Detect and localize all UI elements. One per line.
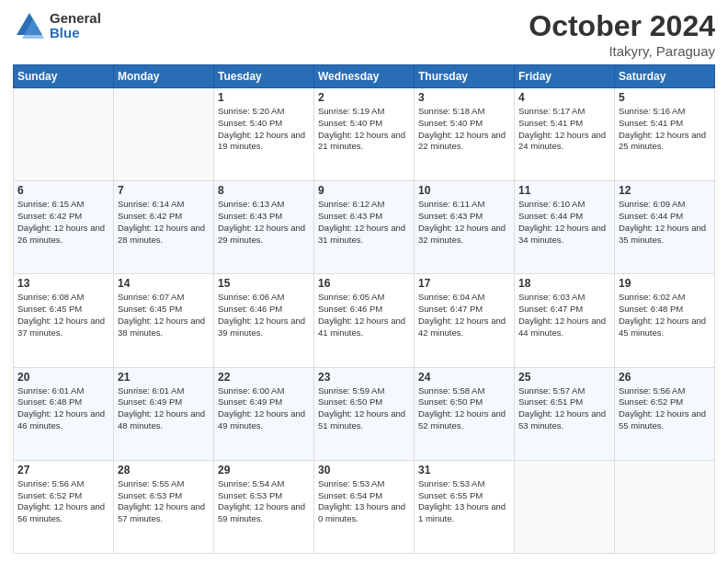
day-number: 6 <box>17 184 109 197</box>
day-info: Sunrise: 5:53 AM Sunset: 6:55 PM Dayligh… <box>418 478 510 525</box>
day-number: 7 <box>118 184 210 197</box>
calendar-header: SundayMondayTuesdayWednesdayThursdayFrid… <box>14 65 715 88</box>
day-number: 20 <box>17 371 109 384</box>
day-number: 14 <box>118 277 210 290</box>
day-cell: 16Sunrise: 6:05 AM Sunset: 6:46 PM Dayli… <box>314 274 415 367</box>
day-cell: 9Sunrise: 6:12 AM Sunset: 6:43 PM Daylig… <box>314 181 415 274</box>
day-info: Sunrise: 6:07 AM Sunset: 6:45 PM Dayligh… <box>118 292 210 339</box>
day-number: 25 <box>518 371 610 384</box>
day-info: Sunrise: 6:01 AM Sunset: 6:49 PM Dayligh… <box>118 385 210 432</box>
day-info: Sunrise: 6:03 AM Sunset: 6:47 PM Dayligh… <box>518 292 610 339</box>
day-number: 17 <box>418 277 510 290</box>
day-number: 16 <box>318 277 410 290</box>
day-info: Sunrise: 6:06 AM Sunset: 6:46 PM Dayligh… <box>218 292 310 339</box>
day-cell: 6Sunrise: 6:15 AM Sunset: 6:42 PM Daylig… <box>14 181 114 274</box>
day-number: 29 <box>218 464 310 477</box>
day-cell: 14Sunrise: 6:07 AM Sunset: 6:45 PM Dayli… <box>114 274 214 367</box>
logo-blue: Blue <box>50 26 101 41</box>
day-cell: 5Sunrise: 5:16 AM Sunset: 5:41 PM Daylig… <box>615 88 715 181</box>
calendar-table: SundayMondayTuesdayWednesdayThursdayFrid… <box>13 64 715 554</box>
day-number: 4 <box>518 91 610 104</box>
week-row-5: 27Sunrise: 5:56 AM Sunset: 6:52 PM Dayli… <box>14 460 715 553</box>
day-cell: 31Sunrise: 5:53 AM Sunset: 6:55 PM Dayli… <box>415 460 515 553</box>
day-number: 8 <box>218 184 310 197</box>
day-number: 30 <box>318 464 410 477</box>
day-info: Sunrise: 6:02 AM Sunset: 6:48 PM Dayligh… <box>619 292 711 339</box>
header-cell-monday: Monday <box>114 65 214 88</box>
header-row: SundayMondayTuesdayWednesdayThursdayFrid… <box>14 65 715 88</box>
day-info: Sunrise: 6:11 AM Sunset: 6:43 PM Dayligh… <box>418 199 510 246</box>
day-info: Sunrise: 5:54 AM Sunset: 6:53 PM Dayligh… <box>218 478 310 525</box>
day-info: Sunrise: 5:59 AM Sunset: 6:50 PM Dayligh… <box>318 385 410 432</box>
day-number: 23 <box>318 371 410 384</box>
day-info: Sunrise: 5:55 AM Sunset: 6:53 PM Dayligh… <box>118 478 210 525</box>
day-number: 1 <box>218 91 310 104</box>
day-info: Sunrise: 5:53 AM Sunset: 6:54 PM Dayligh… <box>318 478 410 525</box>
day-cell: 26Sunrise: 5:56 AM Sunset: 6:52 PM Dayli… <box>615 367 715 460</box>
day-cell: 3Sunrise: 5:18 AM Sunset: 5:40 PM Daylig… <box>415 88 515 181</box>
day-number: 18 <box>518 277 610 290</box>
day-number: 21 <box>118 371 210 384</box>
day-info: Sunrise: 6:15 AM Sunset: 6:42 PM Dayligh… <box>17 199 109 246</box>
day-cell <box>515 460 615 553</box>
calendar-page: General Blue October 2024 Itakyry, Parag… <box>0 0 728 563</box>
week-row-3: 13Sunrise: 6:08 AM Sunset: 6:45 PM Dayli… <box>14 274 715 367</box>
logo-general: General <box>50 11 101 27</box>
day-cell <box>615 460 715 553</box>
day-info: Sunrise: 5:56 AM Sunset: 6:52 PM Dayligh… <box>619 385 711 432</box>
day-cell: 13Sunrise: 6:08 AM Sunset: 6:45 PM Dayli… <box>14 274 114 367</box>
day-info: Sunrise: 6:10 AM Sunset: 6:44 PM Dayligh… <box>518 199 610 246</box>
day-info: Sunrise: 6:12 AM Sunset: 6:43 PM Dayligh… <box>318 199 410 246</box>
day-info: Sunrise: 6:04 AM Sunset: 6:47 PM Dayligh… <box>418 292 510 339</box>
header-cell-thursday: Thursday <box>415 65 515 88</box>
day-cell: 7Sunrise: 6:14 AM Sunset: 6:42 PM Daylig… <box>114 181 214 274</box>
day-cell: 2Sunrise: 5:19 AM Sunset: 5:40 PM Daylig… <box>314 88 415 181</box>
day-cell <box>114 88 214 181</box>
day-number: 10 <box>418 184 510 197</box>
day-info: Sunrise: 5:58 AM Sunset: 6:50 PM Dayligh… <box>418 385 510 432</box>
day-number: 27 <box>17 464 109 477</box>
header-cell-tuesday: Tuesday <box>214 65 314 88</box>
day-info: Sunrise: 6:13 AM Sunset: 6:43 PM Dayligh… <box>218 199 310 246</box>
day-number: 2 <box>318 91 410 104</box>
header-cell-saturday: Saturday <box>615 65 715 88</box>
day-cell: 1Sunrise: 5:20 AM Sunset: 5:40 PM Daylig… <box>214 88 314 181</box>
location: Itakyry, Paraguay <box>529 43 715 59</box>
day-cell: 21Sunrise: 6:01 AM Sunset: 6:49 PM Dayli… <box>114 367 214 460</box>
day-cell: 28Sunrise: 5:55 AM Sunset: 6:53 PM Dayli… <box>114 460 214 553</box>
header-cell-friday: Friday <box>515 65 615 88</box>
day-number: 13 <box>17 277 109 290</box>
day-number: 11 <box>518 184 610 197</box>
day-cell: 22Sunrise: 6:00 AM Sunset: 6:49 PM Dayli… <box>214 367 314 460</box>
day-cell: 15Sunrise: 6:06 AM Sunset: 6:46 PM Dayli… <box>214 274 314 367</box>
day-info: Sunrise: 6:05 AM Sunset: 6:46 PM Dayligh… <box>318 292 410 339</box>
day-cell: 12Sunrise: 6:09 AM Sunset: 6:44 PM Dayli… <box>615 181 715 274</box>
day-info: Sunrise: 5:17 AM Sunset: 5:41 PM Dayligh… <box>518 106 610 153</box>
day-cell: 17Sunrise: 6:04 AM Sunset: 6:47 PM Dayli… <box>415 274 515 367</box>
header-cell-sunday: Sunday <box>14 65 114 88</box>
day-number: 5 <box>619 91 711 104</box>
day-cell: 27Sunrise: 5:56 AM Sunset: 6:52 PM Dayli… <box>14 460 114 553</box>
logo: General Blue <box>13 9 101 42</box>
day-cell: 23Sunrise: 5:59 AM Sunset: 6:50 PM Dayli… <box>314 367 415 460</box>
day-info: Sunrise: 5:19 AM Sunset: 5:40 PM Dayligh… <box>318 106 410 153</box>
title-block: October 2024 Itakyry, Paraguay <box>529 9 715 59</box>
day-number: 31 <box>418 464 510 477</box>
day-info: Sunrise: 6:14 AM Sunset: 6:42 PM Dayligh… <box>118 199 210 246</box>
day-number: 12 <box>619 184 711 197</box>
day-info: Sunrise: 6:00 AM Sunset: 6:49 PM Dayligh… <box>218 385 310 432</box>
logo-icon <box>13 9 46 42</box>
day-cell <box>14 88 114 181</box>
day-cell: 25Sunrise: 5:57 AM Sunset: 6:51 PM Dayli… <box>515 367 615 460</box>
day-number: 15 <box>218 277 310 290</box>
day-cell: 10Sunrise: 6:11 AM Sunset: 6:43 PM Dayli… <box>415 181 515 274</box>
header-cell-wednesday: Wednesday <box>314 65 415 88</box>
day-number: 22 <box>218 371 310 384</box>
day-cell: 4Sunrise: 5:17 AM Sunset: 5:41 PM Daylig… <box>515 88 615 181</box>
day-info: Sunrise: 6:09 AM Sunset: 6:44 PM Dayligh… <box>619 199 711 246</box>
week-row-2: 6Sunrise: 6:15 AM Sunset: 6:42 PM Daylig… <box>14 181 715 274</box>
calendar-body: 1Sunrise: 5:20 AM Sunset: 5:40 PM Daylig… <box>14 88 715 554</box>
day-cell: 30Sunrise: 5:53 AM Sunset: 6:54 PM Dayli… <box>314 460 415 553</box>
week-row-4: 20Sunrise: 6:01 AM Sunset: 6:48 PM Dayli… <box>14 367 715 460</box>
header: General Blue October 2024 Itakyry, Parag… <box>13 9 715 59</box>
